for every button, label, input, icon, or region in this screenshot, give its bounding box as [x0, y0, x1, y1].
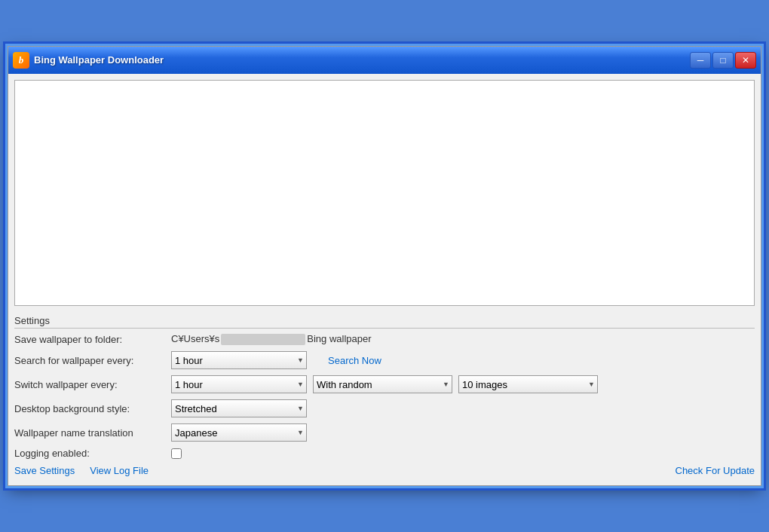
logging-checkbox[interactable]	[171, 448, 182, 459]
search-now-button[interactable]: Search Now	[328, 355, 381, 366]
switch-every-wrapper: 1 hour 30 minutes 2 hours 6 hours 12 hou…	[171, 375, 307, 393]
save-folder-label: Save wallpaper to folder:	[14, 334, 165, 345]
logging-row: Logging enabled:	[14, 448, 755, 459]
minimize-button[interactable]: ─	[690, 52, 711, 69]
window-title: Bing Wallpaper Downloader	[34, 54, 685, 66]
maximize-button[interactable]: □	[712, 52, 734, 69]
bg-style-label: Desktop background style:	[14, 403, 165, 414]
blurred-path	[221, 334, 305, 345]
translation-row: Wallpaper name translation Japanese Engl…	[14, 423, 755, 442]
search-every-row: Search for wallpaper every: 1 hour 30 mi…	[14, 351, 755, 369]
switch-mode-select[interactable]: With random In order	[313, 375, 452, 393]
view-log-button[interactable]: View Log File	[90, 465, 149, 476]
app-icon: b	[13, 52, 29, 69]
search-every-wrapper: 1 hour 30 minutes 2 hours 6 hours 12 hou…	[171, 351, 307, 369]
close-button[interactable]: ✕	[735, 52, 756, 69]
settings-section: Settings Save wallpaper to folder: C¥Use…	[14, 312, 755, 479]
switch-count-wrapper: 10 images 5 images 20 images 50 images	[458, 375, 598, 393]
save-folder-row: Save wallpaper to folder: C¥Users¥s Bing…	[14, 333, 755, 345]
window-controls: ─ □ ✕	[690, 52, 756, 69]
switch-every-label: Switch wallpaper every:	[14, 379, 165, 390]
bg-style-select[interactable]: Stretched Centered Tiled Fit Fill	[171, 399, 307, 417]
settings-header: Settings	[14, 315, 755, 329]
titlebar: b Bing Wallpaper Downloader ─ □ ✕	[8, 47, 761, 74]
translation-select[interactable]: Japanese English Chinese Korean French	[171, 423, 307, 442]
translation-label: Wallpaper name translation	[14, 427, 165, 439]
check-update-button[interactable]: Check For Update	[676, 465, 755, 476]
bg-style-wrapper: Stretched Centered Tiled Fit Fill	[171, 399, 307, 417]
switch-every-row: Switch wallpaper every: 1 hour 30 minute…	[14, 375, 755, 393]
logging-label: Logging enabled:	[14, 448, 165, 459]
translation-wrapper: Japanese English Chinese Korean French	[171, 423, 307, 442]
main-window: b Bing Wallpaper Downloader ─ □ ✕ Settin…	[8, 46, 761, 486]
bg-style-row: Desktop background style: Stretched Cent…	[14, 399, 755, 417]
switch-count-select[interactable]: 10 images 5 images 20 images 50 images	[458, 375, 598, 393]
switch-every-select[interactable]: 1 hour 30 minutes 2 hours 6 hours 12 hou…	[171, 375, 307, 393]
content-area: Settings Save wallpaper to folder: C¥Use…	[8, 74, 761, 485]
search-every-label: Search for wallpaper every:	[14, 355, 165, 366]
footer-row: Save Settings View Log File Check For Up…	[14, 465, 755, 476]
logging-checkbox-area	[171, 448, 182, 459]
search-every-select[interactable]: 1 hour 30 minutes 2 hours 6 hours 12 hou…	[171, 351, 307, 369]
switch-mode-wrapper: With random In order	[313, 375, 452, 393]
image-panel	[14, 80, 755, 306]
save-settings-button[interactable]: Save Settings	[14, 465, 75, 476]
save-folder-value: C¥Users¥s Bing wallpaper	[171, 333, 755, 345]
